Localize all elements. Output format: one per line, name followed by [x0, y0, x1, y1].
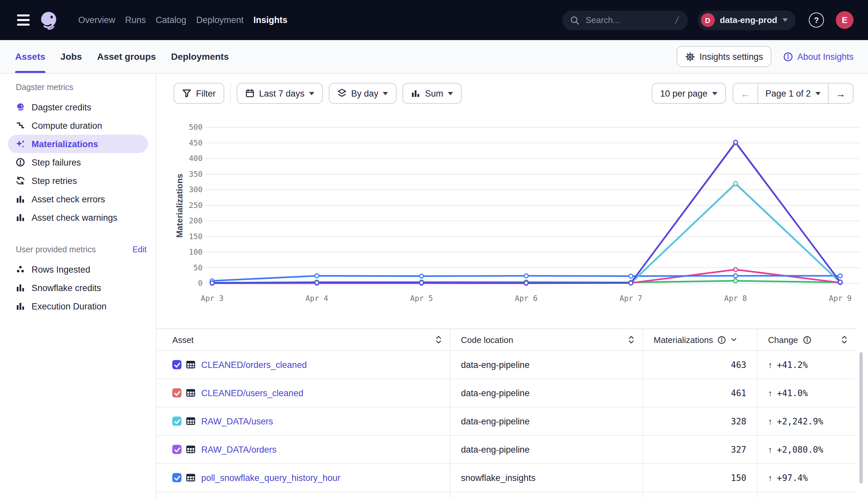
- top-navigation: Overview Runs Catalog Deployment Insight…: [78, 15, 288, 25]
- search-field[interactable]: [584, 14, 659, 26]
- column-header-change[interactable]: Change: [757, 329, 855, 350]
- prev-page-button[interactable]: ←: [733, 83, 757, 103]
- check-icon: [173, 361, 180, 368]
- change-cell: ↑ +2,300.0%: [757, 492, 855, 498]
- asset-link[interactable]: CLEANED/users_cleaned: [201, 388, 304, 398]
- chevron-down-icon: [448, 92, 453, 95]
- bar-chart-icon: [16, 213, 25, 222]
- svg-text:Apr 8: Apr 8: [724, 294, 747, 303]
- arrow-up-icon: ↑: [768, 444, 772, 454]
- sort-icon[interactable]: [435, 335, 442, 344]
- svg-text:Apr 4: Apr 4: [305, 294, 328, 303]
- sort-icon[interactable]: [841, 335, 847, 344]
- nav-item-runs[interactable]: Runs: [125, 15, 146, 25]
- sidebar-item-rows-ingested[interactable]: Rows Ingested: [8, 260, 148, 278]
- steps-icon: [16, 121, 25, 130]
- per-page-button[interactable]: 10 per page: [652, 83, 726, 104]
- sidebar-item-materializations[interactable]: Materializations: [8, 135, 148, 153]
- group-by-button[interactable]: By day: [329, 83, 397, 104]
- svg-text:50: 50: [193, 263, 203, 272]
- change-cell: ↑ +97.4%: [757, 464, 855, 492]
- edit-metrics-link[interactable]: Edit: [132, 245, 146, 254]
- assets-table: Asset Code location Materializations: [156, 328, 855, 498]
- sidebar-item-step-failures[interactable]: Step failures: [8, 153, 148, 171]
- help-icon[interactable]: ?: [809, 12, 824, 28]
- materializations-value: 328: [642, 407, 757, 435]
- search-icon: [570, 15, 579, 25]
- change-cell: ↑ +41.0%: [757, 379, 855, 407]
- check-icon: [173, 418, 180, 425]
- info-icon: [783, 52, 793, 62]
- nav-item-overview[interactable]: Overview: [78, 15, 115, 25]
- change-value: +2,080.0%: [777, 444, 823, 454]
- date-range-button[interactable]: Last 7 days: [237, 83, 323, 104]
- change-cell: ↑ +2,242.9%: [757, 407, 855, 435]
- tab-deployments[interactable]: Deployments: [171, 40, 229, 73]
- sort-icon[interactable]: [628, 335, 635, 344]
- check-icon: [173, 446, 180, 453]
- asset-link[interactable]: CLEANED/orders_cleaned: [201, 360, 307, 369]
- dagster-logo-icon[interactable]: [38, 9, 60, 31]
- sidebar-item-label: Compute duration: [31, 120, 102, 130]
- dots-icon: [16, 265, 25, 274]
- svg-text:200: 200: [189, 217, 203, 225]
- table-scrollbar[interactable]: [859, 352, 863, 484]
- user-avatar[interactable]: E: [836, 11, 854, 29]
- insights-settings-label: Insights settings: [699, 52, 763, 62]
- column-header-asset[interactable]: Asset: [156, 329, 450, 350]
- next-page-button[interactable]: →: [828, 83, 853, 103]
- layers-icon: [337, 89, 346, 98]
- insights-tabs: Assets Jobs Asset groups Deployments: [15, 40, 229, 73]
- series-checkbox[interactable]: [172, 360, 181, 369]
- filter-button[interactable]: Filter: [174, 83, 224, 104]
- svg-text:100: 100: [189, 248, 203, 256]
- nav-item-insights[interactable]: Insights: [254, 15, 288, 25]
- svg-text:Apr 3: Apr 3: [201, 294, 224, 303]
- change-cell: ↑ +41.2%: [757, 351, 855, 378]
- aggregation-button[interactable]: Sum: [403, 83, 462, 104]
- svg-text:Apr 7: Apr 7: [620, 294, 642, 303]
- sidebar-item-snowflake-credits[interactable]: Snowflake credits: [8, 278, 148, 297]
- tab-asset-groups[interactable]: Asset groups: [97, 40, 156, 73]
- chevron-down-icon[interactable]: [731, 337, 738, 342]
- sidebar-item-label: Rows Ingested: [31, 264, 90, 274]
- tab-assets[interactable]: Assets: [15, 40, 46, 73]
- column-header-materializations[interactable]: Materializations: [642, 329, 757, 350]
- series-checkbox[interactable]: [172, 473, 181, 482]
- series-checkbox[interactable]: [172, 388, 181, 397]
- svg-text:350: 350: [189, 170, 203, 179]
- change-cell: ↑ +2,080.0%: [757, 436, 855, 463]
- sidebar-item-compute-duration[interactable]: Compute duration: [8, 116, 148, 135]
- sidebar-item-step-retries[interactable]: Step retries: [8, 171, 148, 190]
- series-checkbox[interactable]: [172, 417, 181, 426]
- nav-item-deployment[interactable]: Deployment: [196, 15, 244, 25]
- series-checkbox[interactable]: [172, 445, 181, 454]
- tab-jobs[interactable]: Jobs: [61, 40, 82, 73]
- chevron-down-icon: [309, 92, 314, 95]
- materializations-value: 463: [642, 351, 757, 378]
- table-icon: [186, 445, 195, 454]
- sidebar-item-asset-check-errors[interactable]: Asset check errors: [8, 190, 148, 208]
- about-insights-link[interactable]: About Insights: [783, 52, 854, 62]
- search-input[interactable]: /: [562, 10, 688, 30]
- asset-link[interactable]: RAW_DATA/users: [201, 416, 273, 426]
- deployment-switcher[interactable]: D data-eng-prod: [697, 10, 796, 30]
- asset-link[interactable]: poll_snowflake_query_history_hour: [201, 473, 340, 483]
- table-row: poll_snowflake_query_history_hour snowfl…: [156, 464, 855, 492]
- materializations-value: 47: [642, 492, 757, 498]
- sidebar-item-asset-check-warnings[interactable]: Asset check warnings: [8, 208, 148, 227]
- materializations-value: 327: [642, 436, 757, 463]
- change-value: +41.2%: [777, 360, 808, 369]
- column-header-code-location[interactable]: Code location: [450, 329, 642, 350]
- arrow-up-icon: ↑: [768, 473, 772, 483]
- sidebar-item-dagster-credits[interactable]: Dagster credits: [8, 98, 148, 116]
- page-select-button[interactable]: Page 1 of 2: [757, 83, 828, 103]
- nav-item-catalog[interactable]: Catalog: [156, 15, 187, 25]
- insights-settings-button[interactable]: Insights settings: [676, 46, 772, 67]
- table-icon: [186, 473, 195, 482]
- sidebar-item-execution-duration[interactable]: Execution Duration: [8, 297, 148, 315]
- menu-icon[interactable]: [17, 14, 29, 26]
- table-icon: [186, 388, 195, 397]
- asset-link[interactable]: RAW_DATA/orders: [201, 444, 277, 454]
- check-icon: [173, 389, 180, 396]
